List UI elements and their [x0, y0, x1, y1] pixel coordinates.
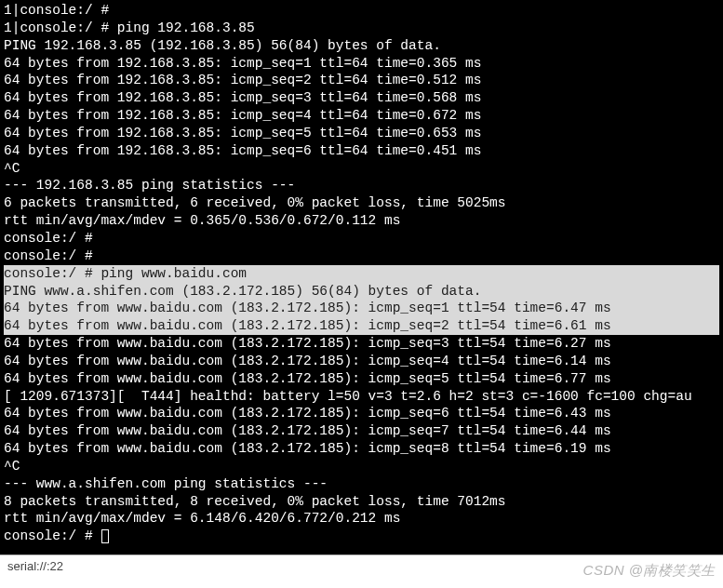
- terminal-output[interactable]: 1|console:/ #1|console:/ # ping 192.168.…: [0, 0, 723, 555]
- terminal-line: console:/ #: [4, 230, 719, 247]
- terminal-line: 64 bytes from www.baidu.com (183.2.172.1…: [4, 353, 719, 370]
- terminal-line: 64 bytes from 192.168.3.85: icmp_seq=1 t…: [4, 55, 719, 73]
- terminal-line: --- www.a.shifen.com ping statistics ---: [4, 475, 719, 493]
- terminal-line: 64 bytes from www.baidu.com (183.2.172.1…: [4, 317, 719, 335]
- terminal-line: PING www.a.shifen.com (183.2.172.185) 56…: [4, 283, 719, 301]
- terminal-line: 64 bytes from 192.168.3.85: icmp_seq=6 t…: [4, 142, 719, 160]
- terminal-line: 1|console:/ # ping 192.168.3.85: [4, 20, 719, 37]
- terminal-line: 64 bytes from 192.168.3.85: icmp_seq=4 t…: [4, 107, 719, 125]
- terminal-line: 64 bytes from www.baidu.com (183.2.172.1…: [4, 335, 719, 353]
- terminal-line: 64 bytes from 192.168.3.85: icmp_seq=3 t…: [4, 89, 719, 107]
- status-bar: serial://:22 CSDN @南楼笑笑生: [0, 555, 723, 588]
- terminal-line: 8 packets transmitted, 8 received, 0% pa…: [4, 493, 719, 511]
- cursor-icon: [101, 529, 109, 543]
- terminal-prompt-line[interactable]: console:/ #: [4, 528, 719, 545]
- terminal-line: 64 bytes from www.baidu.com (183.2.172.1…: [4, 440, 719, 458]
- watermark-text: CSDN @南楼笑笑生: [583, 561, 716, 580]
- terminal-line: 64 bytes from www.baidu.com (183.2.172.1…: [4, 370, 719, 388]
- terminal-line: 64 bytes from www.baidu.com (183.2.172.1…: [4, 422, 719, 440]
- terminal-line: 6 packets transmitted, 6 received, 0% pa…: [4, 194, 719, 212]
- terminal-line: --- 192.168.3.85 ping statistics ---: [4, 177, 719, 194]
- terminal-line: ^C: [4, 160, 719, 178]
- terminal-line: rtt min/avg/max/mdev = 6.148/6.420/6.772…: [4, 510, 719, 528]
- connection-label: serial://:22: [7, 559, 63, 575]
- terminal-line: 1|console:/ #: [4, 2, 719, 20]
- terminal-line: console:/ #: [4, 247, 719, 265]
- terminal-line: 64 bytes from 192.168.3.85: icmp_seq=5 t…: [4, 125, 719, 142]
- terminal-line: rtt min/avg/max/mdev = 0.365/0.536/0.672…: [4, 212, 719, 230]
- terminal-line: [ 1209.671373][ T444] healthd: battery l…: [4, 388, 719, 406]
- prompt-text: console:/ #: [4, 528, 100, 543]
- terminal-line: 64 bytes from www.baidu.com (183.2.172.1…: [4, 405, 719, 422]
- terminal-line: ^C: [4, 458, 719, 475]
- terminal-line: 64 bytes from www.baidu.com (183.2.172.1…: [4, 300, 719, 317]
- terminal-line: console:/ # ping www.baidu.com: [4, 265, 719, 283]
- terminal-line: PING 192.168.3.85 (192.168.3.85) 56(84) …: [4, 37, 719, 55]
- terminal-line: 64 bytes from 192.168.3.85: icmp_seq=2 t…: [4, 72, 719, 89]
